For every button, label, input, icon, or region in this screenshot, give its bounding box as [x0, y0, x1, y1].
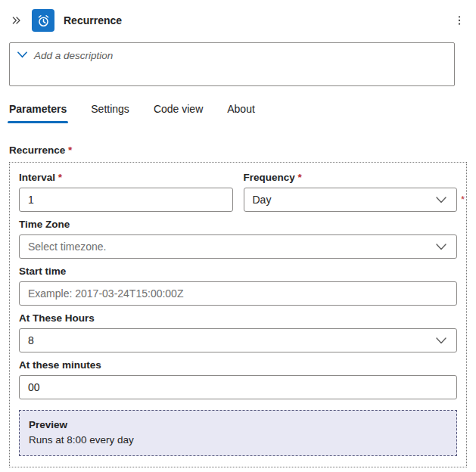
interval-field: Interval * [19, 172, 233, 212]
preview-text: Runs at 8:00 every day [29, 433, 447, 448]
recurrence-section-text: Recurrence [9, 144, 65, 156]
minutes-input[interactable] [19, 375, 457, 399]
interval-input[interactable] [19, 188, 233, 212]
ellipsis-vertical-icon [453, 14, 465, 26]
hours-label: At These Hours [19, 312, 457, 324]
tab-settings[interactable]: Settings [88, 97, 132, 123]
preview-title: Preview [29, 418, 447, 433]
action-title: Recurrence [64, 14, 122, 26]
frequency-label: Frequency * [244, 172, 458, 183]
start-time-label: Start time [19, 266, 457, 277]
chevron-down-icon [436, 197, 446, 203]
timezone-label: Time Zone [19, 219, 457, 230]
required-asterisk: * [68, 144, 72, 156]
required-asterisk: * [58, 172, 62, 183]
hours-field: At These Hours 8 [19, 312, 457, 352]
timezone-placeholder: Select timezone. [28, 241, 107, 253]
timezone-field: Time Zone Select timezone. [19, 219, 457, 259]
frequency-dropdown[interactable]: Day [244, 188, 458, 212]
collapse-panel-button[interactable] [8, 11, 26, 30]
recurrence-section-label: Recurrence * [9, 144, 467, 156]
minutes-field: At these minutes [19, 359, 457, 399]
chevron-down-icon[interactable] [17, 51, 27, 58]
interval-label: Interval * [19, 172, 233, 183]
double-chevron-right-icon [11, 14, 23, 26]
required-asterisk: * [461, 194, 465, 205]
chevron-down-icon [436, 337, 446, 344]
tab-bar: Parameters Settings Code view About [6, 97, 476, 123]
hours-value: 8 [28, 334, 34, 346]
recurrence-trigger-icon [32, 9, 54, 32]
description-placeholder: Add a description [34, 49, 113, 61]
timezone-dropdown[interactable]: Select timezone. [19, 234, 457, 259]
frequency-value: Day [253, 194, 272, 206]
frequency-dropdown-wrap: Day * [244, 188, 458, 212]
more-menu-button[interactable] [450, 11, 468, 30]
required-asterisk: * [298, 172, 302, 183]
minutes-label: At these minutes [19, 359, 457, 371]
parameters-panel: Recurrence * Interval * Frequency * Day [9, 144, 467, 467]
tab-about[interactable]: About [224, 97, 258, 123]
tab-code-view[interactable]: Code view [151, 97, 206, 123]
hours-dropdown[interactable]: 8 [19, 328, 457, 352]
start-time-input[interactable] [19, 281, 457, 306]
recurrence-parameters-card: Interval * Frequency * Day [9, 162, 467, 467]
action-header: Recurrence [0, 0, 476, 38]
interval-frequency-row: Interval * Frequency * Day [19, 172, 457, 212]
frequency-field: Frequency * Day * [244, 172, 458, 212]
alarm-clock-icon [36, 14, 51, 28]
tab-parameters[interactable]: Parameters [6, 97, 70, 123]
preview-card: Preview Runs at 8:00 every day [19, 410, 457, 456]
description-box[interactable]: Add a description [9, 42, 455, 86]
start-time-field: Start time [19, 266, 457, 306]
chevron-down-icon [436, 244, 446, 250]
